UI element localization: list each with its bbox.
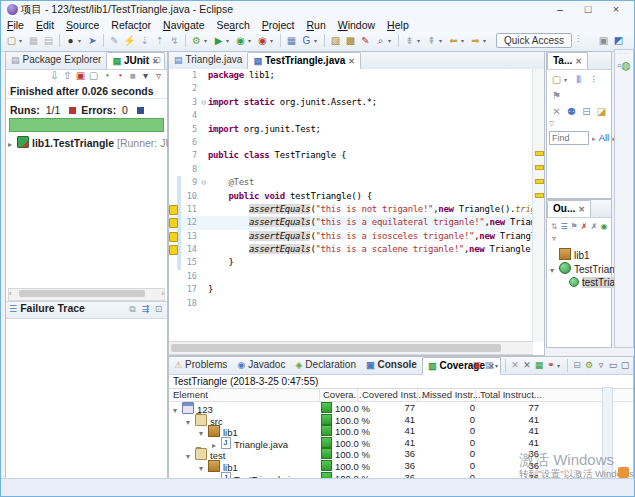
tab-javadoc[interactable]: ◉Javadoc (232, 357, 290, 373)
tab-package-explorer[interactable]: ▤Package Explorer (6, 52, 106, 68)
code-line-7[interactable]: 7public class TestTriangle { (169, 149, 533, 162)
editor-hscrollbar[interactable] (169, 341, 533, 355)
prev-edit-icon[interactable]: ⇞▾ (424, 33, 446, 45)
minimize-icon[interactable]: ▭ (607, 358, 619, 369)
remove-all-sessions-icon[interactable]: ✕ (521, 358, 533, 369)
stop-icon[interactable]: ■ (126, 70, 139, 81)
editor-tab-triangle.java[interactable]: ▤Triangle.java (169, 52, 247, 68)
coverage-row-src[interactable]: ▾src100.0 %41041 (169, 414, 633, 426)
code-line-9[interactable]: 9⊝ @Test (169, 176, 533, 189)
maximize-icon[interactable]: ▢ (619, 358, 631, 369)
categorized-icon[interactable]: ⫴ (571, 72, 586, 83)
rerun-failed-icon[interactable]: ◔ (113, 70, 126, 81)
find-input[interactable] (549, 131, 589, 145)
synchronize-icon[interactable]: ◪ (594, 104, 609, 115)
prev-annot-icon[interactable]: ⇡ (152, 33, 167, 45)
skipped-only-icon[interactable]: ▢ (87, 70, 100, 81)
remove-session-icon[interactable]: ✕ (509, 358, 521, 369)
menu-source[interactable]: Source (60, 18, 105, 32)
minimize-view-icon[interactable]: ▭ (141, 55, 149, 64)
menu-navigate[interactable]: Navigate (157, 18, 210, 32)
code-line-13[interactable]: 13 assertEquals("this is a isosceles tri… (169, 230, 533, 243)
expand-icon[interactable]: ▸ (8, 140, 17, 149)
view-menu-icon[interactable]: ▿ (549, 233, 559, 244)
coverage-marker-icon[interactable] (169, 205, 178, 215)
menu-help[interactable]: Help (381, 18, 415, 32)
prev-filter-icon[interactable]: ▸ (592, 135, 596, 142)
collapse-all-icon[interactable]: ⊟ (571, 358, 583, 369)
code-line-15[interactable]: 15 } (169, 256, 533, 269)
code-line-14[interactable]: 14 assertEquals("this is a scalene triga… (169, 243, 533, 256)
tab-outline[interactable]: Ou...✕ (547, 200, 591, 218)
maximize-button[interactable]: □ (574, 2, 602, 17)
web-browser-icon[interactable]: ◍ (621, 59, 631, 72)
close-button[interactable]: × (602, 2, 630, 17)
toolbar-overflow-icon[interactable]: ▽ (547, 120, 611, 128)
coverage-row-Triangle.java[interactable]: ▸Triangle.java100.0 %41041 (169, 437, 633, 449)
menu-window[interactable]: Window (332, 18, 381, 32)
editor-overview-ruler[interactable] (532, 69, 544, 342)
run-icon[interactable]: ▶▾ (211, 33, 233, 45)
new-wizard-icon[interactable]: ▢▾ (4, 33, 26, 45)
quick-access-button[interactable]: Quick Access (496, 33, 572, 48)
outline-item-TestTriangle[interactable]: ▾TestTriangle (547, 262, 611, 276)
coverage-vscrollbar[interactable] (602, 387, 613, 478)
minimize-button[interactable]: – (546, 2, 574, 17)
select-tool-icon[interactable]: ➤ (85, 33, 100, 45)
next-failure-icon[interactable]: ⇩ (48, 70, 61, 81)
last-edit-icon[interactable]: ↯ (167, 33, 182, 45)
hide-static-icon[interactable]: ⚑ (569, 221, 579, 232)
focus-icon[interactable]: ⚑ (549, 88, 564, 99)
code-line-5[interactable]: 5import org.junit.Test; (169, 123, 533, 136)
outline-item-lib1[interactable]: lib1 (547, 248, 611, 262)
tab-task-list[interactable]: Ta...✕ (547, 52, 588, 70)
dump-execdata-icon[interactable]: ▤▾ (483, 358, 502, 369)
editor-tab-testtriangle.java[interactable]: ▤TestTriangle.java✕ (247, 52, 361, 70)
code-line-18[interactable]: 18 (169, 297, 533, 310)
coverage-row-test[interactable]: ▾test100.0 %36036 (169, 448, 633, 460)
code-line-12[interactable]: 12 assertEquals("this is a equilateral t… (169, 216, 533, 229)
view-menu-icon[interactable]: ▿ (595, 358, 607, 369)
new-project-icon[interactable]: ▦ (284, 33, 299, 45)
history-icon[interactable]: ▾ (139, 70, 152, 81)
column-header-covered[interactable]: Covered Inst... (362, 389, 424, 401)
maximize-view-icon[interactable]: ▢ (153, 55, 161, 64)
coverage-icon[interactable]: ◉▾ (233, 33, 255, 45)
tab-console[interactable]: ▣Console (361, 357, 422, 373)
code-line-3[interactable]: 3⊝import static org.junit.Assert.*; (169, 96, 533, 109)
my-tasks-icon[interactable]: ⚉ (564, 104, 579, 115)
column-header-total[interactable]: Total Instruct... (480, 389, 542, 401)
filter-all-link[interactable]: All (599, 132, 610, 143)
mark-occurrences-icon[interactable]: ✎ (107, 33, 122, 45)
next-annot-icon[interactable]: ⇣ (137, 33, 152, 45)
open-trace-icon[interactable]: ⊡ (152, 304, 165, 314)
column-header-missed[interactable]: Missed Instr... (422, 389, 481, 401)
coverage-session-icon[interactable]: ▣ (471, 358, 483, 369)
code-line-16[interactable]: 16 (169, 270, 533, 283)
compare-result-icon[interactable]: ⇶ (139, 304, 152, 314)
column-header-element[interactable]: Element (173, 389, 208, 401)
code-line-1[interactable]: 1package lib1; (169, 69, 533, 82)
coverage-marker-icon[interactable] (169, 218, 178, 228)
save-all-icon[interactable]: ▤ (41, 33, 56, 45)
rerun-test-icon[interactable]: ◔ (100, 70, 113, 81)
code-line-10[interactable]: 10 public void testTriangle() { (169, 190, 533, 203)
code-line-2[interactable]: 2 (169, 82, 533, 95)
hide-nonpublic-icon[interactable]: ✗ (579, 221, 589, 232)
new-task-icon[interactable]: ▢▾ (549, 72, 571, 83)
editor-lines[interactable]: 1package lib1;23⊝import static org.junit… (169, 69, 533, 342)
menu-file[interactable]: File (1, 18, 30, 32)
tab-declaration[interactable]: ◈Declaration (290, 357, 361, 373)
menu-project[interactable]: Project (256, 18, 301, 32)
coverage-marker-icon[interactable] (169, 245, 178, 255)
prev-failure-icon[interactable]: ⇧ (61, 70, 74, 81)
coverage-row-lib1[interactable]: ▾lib1100.0 %41041 (169, 425, 633, 437)
tab-problems[interactable]: ⚠Problems (169, 357, 232, 373)
open-task-icon[interactable]: ●▾ (63, 33, 85, 45)
scheduled-icon[interactable]: ⫶ (586, 72, 601, 83)
coverage-row-lib1[interactable]: ▾lib1100.0 %36036 (169, 460, 633, 472)
view-menu-icon[interactable]: ▿ (152, 70, 165, 81)
junit-hscrollbar[interactable]: ‹ › (8, 288, 165, 301)
linked-icon[interactable]: ⚙ (583, 358, 595, 369)
stacktrace-filter-icon[interactable]: ⧉ (126, 304, 139, 315)
